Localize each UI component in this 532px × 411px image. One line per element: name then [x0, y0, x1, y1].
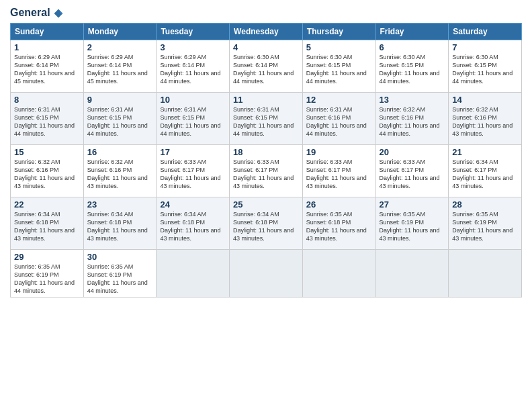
day-number: 1 — [14, 42, 80, 52]
calendar-cell: 13 Sunrise: 6:32 AMSunset: 6:16 PMDaylig… — [375, 92, 449, 144]
day-number: 28 — [452, 199, 518, 210]
calendar-week-row: 1 Sunrise: 6:29 AMSunset: 6:14 PMDayligh… — [11, 40, 522, 92]
cell-info: Sunrise: 6:35 AMSunset: 6:19 PMDaylight:… — [14, 263, 75, 294]
weekday-header-row: SundayMondayTuesdayWednesdayThursdayFrid… — [11, 23, 522, 40]
day-number: 30 — [87, 252, 153, 262]
calendar-cell — [375, 249, 449, 298]
day-number: 16 — [87, 147, 153, 157]
calendar-cell: 22 Sunrise: 6:34 AMSunset: 6:18 PMDaylig… — [11, 197, 84, 249]
calendar-cell: 8 Sunrise: 6:31 AMSunset: 6:15 PMDayligh… — [11, 92, 84, 144]
day-number: 25 — [233, 199, 299, 210]
calendar: SundayMondayTuesdayWednesdayThursdayFrid… — [10, 23, 522, 298]
logo: General — [10, 7, 64, 19]
cell-info: Sunrise: 6:32 AMSunset: 6:16 PMDaylight:… — [14, 158, 75, 189]
cell-info: Sunrise: 6:31 AMSunset: 6:15 PMDaylight:… — [160, 106, 220, 137]
cell-info: Sunrise: 6:31 AMSunset: 6:16 PMDaylight:… — [306, 106, 367, 137]
weekday-header-wednesday: Wednesday — [230, 23, 303, 40]
calendar-cell: 28 Sunrise: 6:35 AMSunset: 6:19 PMDaylig… — [449, 197, 522, 249]
cell-info: Sunrise: 6:34 AMSunset: 6:18 PMDaylight:… — [233, 211, 294, 242]
cell-info: Sunrise: 6:34 AMSunset: 6:18 PMDaylight:… — [160, 211, 220, 242]
calendar-cell: 11 Sunrise: 6:31 AMSunset: 6:15 PMDaylig… — [230, 92, 303, 144]
calendar-cell: 9 Sunrise: 6:31 AMSunset: 6:15 PMDayligh… — [83, 92, 157, 144]
cell-info: Sunrise: 6:29 AMSunset: 6:14 PMDaylight:… — [14, 54, 75, 85]
cell-info: Sunrise: 6:33 AMSunset: 6:17 PMDaylight:… — [160, 158, 220, 189]
calendar-week-row: 29 Sunrise: 6:35 AMSunset: 6:19 PMDaylig… — [11, 249, 522, 298]
cell-info: Sunrise: 6:30 AMSunset: 6:14 PMDaylight:… — [233, 54, 294, 85]
calendar-cell: 14 Sunrise: 6:32 AMSunset: 6:16 PMDaylig… — [449, 92, 522, 144]
calendar-cell: 4 Sunrise: 6:30 AMSunset: 6:14 PMDayligh… — [230, 40, 303, 92]
day-number: 23 — [87, 199, 153, 210]
calendar-week-row: 22 Sunrise: 6:34 AMSunset: 6:18 PMDaylig… — [11, 197, 522, 249]
calendar-cell: 26 Sunrise: 6:35 AMSunset: 6:18 PMDaylig… — [302, 197, 375, 249]
day-number: 14 — [452, 95, 518, 105]
cell-info: Sunrise: 6:35 AMSunset: 6:19 PMDaylight:… — [452, 211, 513, 242]
weekday-header-sunday: Sunday — [11, 23, 84, 40]
day-number: 11 — [233, 95, 299, 105]
weekday-header-thursday: Thursday — [302, 23, 375, 40]
calendar-cell: 15 Sunrise: 6:32 AMSunset: 6:16 PMDaylig… — [11, 144, 84, 197]
calendar-cell: 5 Sunrise: 6:30 AMSunset: 6:15 PMDayligh… — [302, 40, 375, 92]
cell-info: Sunrise: 6:35 AMSunset: 6:19 PMDaylight:… — [380, 211, 440, 242]
weekday-header-friday: Friday — [375, 23, 449, 40]
day-number: 9 — [87, 95, 153, 105]
day-number: 17 — [160, 147, 226, 157]
cell-info: Sunrise: 6:33 AMSunset: 6:17 PMDaylight:… — [233, 158, 294, 189]
cell-info: Sunrise: 6:29 AMSunset: 6:14 PMDaylight:… — [87, 54, 148, 85]
calendar-cell: 7 Sunrise: 6:30 AMSunset: 6:15 PMDayligh… — [449, 40, 522, 92]
cell-info: Sunrise: 6:32 AMSunset: 6:16 PMDaylight:… — [452, 106, 513, 137]
calendar-cell: 10 Sunrise: 6:31 AMSunset: 6:15 PMDaylig… — [157, 92, 230, 144]
calendar-cell: 23 Sunrise: 6:34 AMSunset: 6:18 PMDaylig… — [83, 197, 157, 249]
page: General SundayMondayTuesdayWednesdayThur… — [0, 0, 532, 411]
calendar-cell: 25 Sunrise: 6:34 AMSunset: 6:18 PMDaylig… — [230, 197, 303, 249]
cell-info: Sunrise: 6:33 AMSunset: 6:17 PMDaylight:… — [380, 158, 440, 189]
header: General — [10, 7, 522, 19]
calendar-cell: 12 Sunrise: 6:31 AMSunset: 6:16 PMDaylig… — [302, 92, 375, 144]
day-number: 18 — [233, 147, 299, 157]
cell-info: Sunrise: 6:35 AMSunset: 6:18 PMDaylight:… — [306, 211, 367, 242]
day-number: 12 — [306, 95, 372, 105]
day-number: 4 — [233, 42, 299, 52]
cell-info: Sunrise: 6:35 AMSunset: 6:19 PMDaylight:… — [87, 263, 148, 294]
calendar-cell: 27 Sunrise: 6:35 AMSunset: 6:19 PMDaylig… — [375, 197, 449, 249]
cell-info: Sunrise: 6:30 AMSunset: 6:15 PMDaylight:… — [452, 54, 513, 85]
cell-info: Sunrise: 6:34 AMSunset: 6:18 PMDaylight:… — [14, 211, 75, 242]
calendar-cell — [230, 249, 303, 298]
calendar-cell: 6 Sunrise: 6:30 AMSunset: 6:15 PMDayligh… — [375, 40, 449, 92]
cell-info: Sunrise: 6:34 AMSunset: 6:18 PMDaylight:… — [87, 211, 148, 242]
weekday-header-monday: Monday — [83, 23, 157, 40]
cell-info: Sunrise: 6:31 AMSunset: 6:15 PMDaylight:… — [14, 106, 75, 137]
weekday-header-tuesday: Tuesday — [157, 23, 230, 40]
calendar-cell — [302, 249, 375, 298]
day-number: 20 — [380, 147, 445, 157]
day-number: 8 — [14, 95, 80, 105]
cell-info: Sunrise: 6:30 AMSunset: 6:15 PMDaylight:… — [306, 54, 367, 85]
cell-info: Sunrise: 6:31 AMSunset: 6:15 PMDaylight:… — [233, 106, 294, 137]
day-number: 24 — [160, 199, 226, 210]
calendar-cell: 17 Sunrise: 6:33 AMSunset: 6:17 PMDaylig… — [157, 144, 230, 197]
day-number: 5 — [306, 42, 372, 52]
calendar-cell: 21 Sunrise: 6:34 AMSunset: 6:17 PMDaylig… — [449, 144, 522, 197]
calendar-cell: 20 Sunrise: 6:33 AMSunset: 6:17 PMDaylig… — [375, 144, 449, 197]
cell-info: Sunrise: 6:30 AMSunset: 6:15 PMDaylight:… — [380, 54, 440, 85]
day-number: 21 — [452, 147, 518, 157]
calendar-cell: 29 Sunrise: 6:35 AMSunset: 6:19 PMDaylig… — [11, 249, 84, 298]
calendar-week-row: 15 Sunrise: 6:32 AMSunset: 6:16 PMDaylig… — [11, 144, 522, 197]
calendar-cell — [157, 249, 230, 298]
day-number: 7 — [452, 42, 518, 52]
cell-info: Sunrise: 6:33 AMSunset: 6:17 PMDaylight:… — [306, 158, 367, 189]
day-number: 10 — [160, 95, 226, 105]
calendar-week-row: 8 Sunrise: 6:31 AMSunset: 6:15 PMDayligh… — [11, 92, 522, 144]
day-number: 6 — [380, 42, 445, 52]
day-number: 29 — [14, 252, 80, 262]
calendar-cell: 24 Sunrise: 6:34 AMSunset: 6:18 PMDaylig… — [157, 197, 230, 249]
calendar-cell: 18 Sunrise: 6:33 AMSunset: 6:17 PMDaylig… — [230, 144, 303, 197]
day-number: 19 — [306, 147, 372, 157]
calendar-cell: 2 Sunrise: 6:29 AMSunset: 6:14 PMDayligh… — [83, 40, 157, 92]
calendar-cell: 19 Sunrise: 6:33 AMSunset: 6:17 PMDaylig… — [302, 144, 375, 197]
day-number: 26 — [306, 199, 372, 210]
cell-info: Sunrise: 6:34 AMSunset: 6:17 PMDaylight:… — [452, 158, 513, 189]
day-number: 15 — [14, 147, 80, 157]
day-number: 3 — [160, 42, 226, 52]
day-number: 2 — [87, 42, 153, 52]
cell-info: Sunrise: 6:32 AMSunset: 6:16 PMDaylight:… — [380, 106, 440, 137]
